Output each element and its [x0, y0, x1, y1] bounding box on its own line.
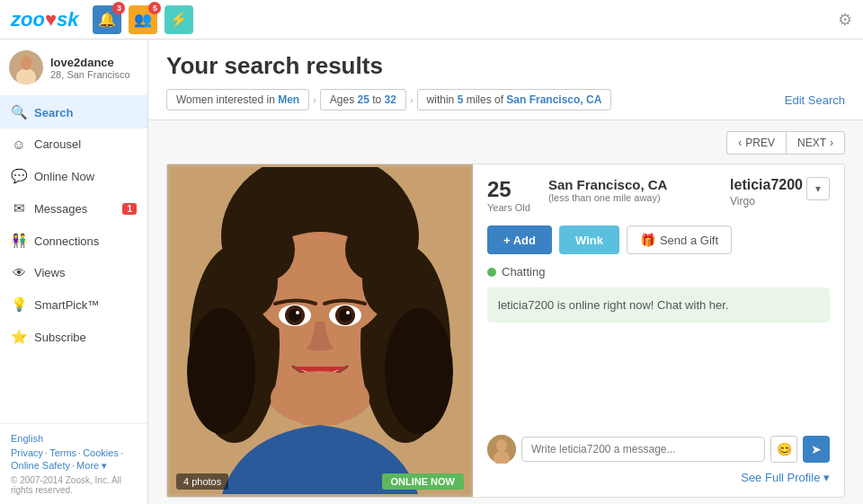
- filter-bar: Women interested in Men › Ages 25 to 32 …: [166, 89, 845, 111]
- chatting-status: Chatting: [487, 265, 830, 279]
- avatar: [9, 50, 43, 84]
- connections-badge: 5: [148, 2, 161, 14]
- action-buttons: + Add Wink 🎁 Send a Gift: [487, 225, 830, 254]
- carousel-icon: ☺: [11, 137, 27, 152]
- language-selector[interactable]: English: [11, 433, 137, 444]
- sidebar: love2dance 28, San Francisco 🔍 Search ☺ …: [0, 40, 148, 504]
- online-safety-link[interactable]: Online Safety: [11, 460, 70, 472]
- filter-gender[interactable]: Women interested in Men: [166, 89, 309, 111]
- compose-input[interactable]: [521, 437, 765, 462]
- footer-links: Privacy · Terms · Cookies · Online Safet…: [11, 447, 137, 472]
- profile-top: 25 Years Old San Francisco, CA (less tha…: [487, 177, 830, 213]
- svg-point-23: [271, 371, 369, 425]
- username: love2dance: [50, 56, 130, 69]
- user-profile[interactable]: love2dance 28, San Francisco: [0, 40, 147, 96]
- profile-info: 25 Years Old San Francisco, CA (less tha…: [473, 164, 844, 497]
- edit-search-button[interactable]: Edit Search: [785, 93, 845, 107]
- filter-age[interactable]: Ages 25 to 32: [320, 89, 406, 111]
- result-area: ‹ PREV NEXT ›: [148, 120, 863, 504]
- app-header: zoo♥sk 🔔 3 👥 5 ⚡ ⚙: [0, 0, 863, 40]
- zodiac-sign: Virgo: [730, 195, 803, 208]
- sidebar-item-messages[interactable]: ✉ Messages 1: [0, 192, 147, 225]
- terms-link[interactable]: Terms: [49, 447, 76, 458]
- profile-age: 25 Years Old: [487, 177, 530, 213]
- more-link[interactable]: More ▾: [76, 460, 107, 472]
- pagination-bar: ‹ PREV NEXT ›: [166, 131, 845, 155]
- privacy-link[interactable]: Privacy: [11, 447, 43, 458]
- add-button[interactable]: + Add: [487, 225, 552, 254]
- svg-point-13: [385, 308, 453, 434]
- online-dot-icon: [487, 268, 496, 277]
- prev-button[interactable]: ‹ PREV: [726, 131, 786, 155]
- profile-location: San Francisco, CA (less than one mile aw…: [548, 177, 668, 203]
- compose-avatar: [487, 435, 516, 464]
- svg-point-3: [20, 56, 32, 70]
- next-button[interactable]: NEXT ›: [786, 131, 845, 155]
- page-title: Your search results: [166, 52, 845, 80]
- main-header: Your search results Women interested in …: [148, 40, 863, 120]
- filter-distance[interactable]: within 5 miles of San Francisco, CA: [417, 89, 612, 111]
- message-compose: 😊 ➤: [487, 435, 830, 464]
- user-info: love2dance 28, San Francisco: [50, 56, 130, 80]
- svg-point-18: [296, 311, 299, 314]
- user-meta: 28, San Francisco: [50, 69, 130, 80]
- svg-point-29: [496, 439, 507, 452]
- messages-badge: 1: [122, 203, 137, 215]
- messages-icon: ✉: [11, 200, 27, 217]
- next-arrow-icon: ›: [830, 137, 833, 149]
- profile-photo[interactable]: 4 photos ONLINE NOW: [167, 164, 473, 497]
- gift-icon: 🎁: [640, 233, 655, 247]
- sidebar-item-search[interactable]: 🔍 Search: [0, 96, 147, 128]
- city-name: San Francisco, CA: [548, 177, 668, 192]
- emoji-button[interactable]: 😊: [770, 436, 797, 463]
- sidebar-item-carousel[interactable]: ☺ Carousel: [0, 128, 147, 160]
- gear-icon[interactable]: ⚙: [838, 10, 852, 30]
- subscribe-icon: ⭐: [11, 329, 27, 345]
- chat-message-box: leticia7200 is online right now! Chat wi…: [487, 287, 830, 323]
- send-gift-button[interactable]: 🎁 Send a Gift: [627, 225, 732, 254]
- filter-arrow-2: ›: [410, 94, 414, 105]
- header-icons: 🔔 3 👥 5 ⚡: [93, 5, 193, 34]
- search-icon: 🔍: [11, 104, 27, 120]
- main-content: Your search results Women interested in …: [148, 40, 863, 504]
- connections-icon-btn[interactable]: 👥 5: [129, 5, 157, 34]
- app-layout: love2dance 28, San Francisco 🔍 Search ☺ …: [0, 40, 863, 504]
- sidebar-item-smartpick[interactable]: 💡 SmartPick™: [0, 288, 147, 321]
- wink-button[interactable]: Wink: [559, 225, 619, 254]
- svg-point-27: [345, 218, 403, 281]
- see-full-profile-link[interactable]: See Full Profile ▾: [487, 471, 830, 484]
- send-message-button[interactable]: ➤: [803, 436, 830, 463]
- svg-point-17: [289, 309, 301, 322]
- sidebar-item-subscribe[interactable]: ⭐ Subscribe: [0, 321, 147, 353]
- logo[interactable]: zoo♥sk: [11, 8, 78, 31]
- profile-username[interactable]: leticia7200: [730, 177, 803, 193]
- smartpick-icon: 💡: [11, 296, 27, 313]
- online-now-icon: 💬: [11, 168, 27, 184]
- svg-point-26: [237, 218, 295, 281]
- online-now-badge: ONLINE NOW: [382, 473, 465, 490]
- prev-arrow-icon: ‹: [738, 137, 742, 149]
- age-label: Years Old: [487, 202, 530, 213]
- notifications-icon-btn[interactable]: 🔔 3: [93, 5, 121, 34]
- boost-icon-btn[interactable]: ⚡: [165, 5, 193, 34]
- profile-username-section: leticia7200 Virgo ▾: [730, 177, 830, 208]
- sidebar-item-connections[interactable]: 👫 Connections: [0, 225, 147, 257]
- cookies-link[interactable]: Cookies: [83, 447, 119, 458]
- svg-point-21: [339, 309, 351, 322]
- views-icon: 👁: [11, 265, 27, 280]
- profile-dropdown-button[interactable]: ▾: [806, 177, 830, 200]
- sidebar-item-online-now[interactable]: 💬 Online Now: [0, 160, 147, 192]
- sidebar-footer: English Privacy · Terms · Cookies · Onli…: [0, 423, 147, 504]
- distance-text: (less than one mile away): [548, 192, 668, 203]
- age-value: 25: [487, 177, 530, 202]
- photos-count-badge: 4 photos: [176, 473, 228, 490]
- copyright: © 2007-2014 Zoosk, Inc. All rights reser…: [11, 475, 137, 495]
- svg-point-22: [346, 311, 350, 314]
- notifications-badge: 3: [112, 2, 125, 14]
- connections-nav-icon: 👫: [11, 233, 27, 249]
- send-icon: ➤: [811, 442, 822, 456]
- profile-card: 4 photos ONLINE NOW 25 Years Old San Fra…: [166, 164, 845, 498]
- svg-point-12: [187, 308, 255, 434]
- sidebar-item-views[interactable]: 👁 Views: [0, 257, 147, 288]
- filter-arrow-1: ›: [313, 94, 316, 105]
